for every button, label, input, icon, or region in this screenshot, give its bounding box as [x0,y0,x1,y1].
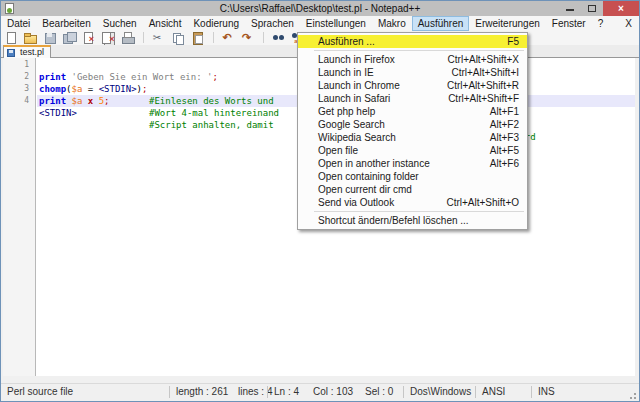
menu-item-wikipedia-search[interactable]: Wikipedia SearchAlt+F3 [298,131,527,144]
app-icon [5,3,14,14]
status-insert-mode: INS [538,384,555,400]
menu-item-ausfuehren[interactable]: Ausführen ...F5 [298,35,527,48]
status-eol-format: Dos\Windows [410,384,471,400]
close-icon: × [618,3,624,14]
find-icon[interactable] [272,31,287,45]
menu-kodierung[interactable]: Kodierung [187,16,245,31]
menu-item-google-search[interactable]: Google SearchAlt+F2 [298,118,527,131]
menu-item-launch-firefox[interactable]: Launch in FirefoxCtrl+Alt+Shift+X [298,53,527,66]
redo-icon[interactable] [241,31,256,45]
status-bar: Perl source file length : 261 lines : 4 … [1,383,639,399]
resize-grip[interactable] [634,393,636,395]
cut-icon[interactable] [152,31,167,45]
paste-icon[interactable] [191,31,206,45]
menu-item-open-current-dir-cmd[interactable]: Open current dir cmd [298,183,527,196]
new-file-icon[interactable] [4,31,19,45]
status-separator [267,386,268,398]
menu-item-launch-ie[interactable]: Launch in IECtrl+Alt+Shift+I [298,66,527,79]
save-icon[interactable] [43,31,58,45]
minimize-button[interactable] [559,1,581,16]
maximize-icon [588,5,596,12]
menu-item-shortcut-aendern[interactable]: Shortcut ändern/Befehl löschen ... [298,214,527,227]
maximize-button[interactable] [581,1,603,16]
toolbar-separator [213,32,214,43]
menu-suchen[interactable]: Suchen [97,16,143,31]
status-file-type: Perl source file [7,384,73,400]
code-comment: #Script anhalten, damit [149,119,274,131]
status-encoding: ANSI [482,384,505,400]
menu-ansicht[interactable]: Ansicht [143,16,188,31]
menu-erweiterungen[interactable]: Erweiterungen [469,16,545,31]
menu-separator [314,211,524,212]
menu-help[interactable]: ? [592,16,610,31]
copy-icon[interactable] [171,31,186,45]
close-button[interactable]: × [603,1,639,16]
menu-ausfuehren[interactable]: Ausführen [412,16,470,31]
menu-fenster[interactable]: Fenster [546,16,592,31]
status-column: Col : 103 [313,384,353,400]
open-file-icon[interactable] [23,31,38,45]
status-separator [403,386,404,398]
save-all-icon[interactable] [62,31,77,45]
menu-item-launch-chrome[interactable]: Launch in ChromeCtrl+Alt+Shift+R [298,79,527,92]
menu-makro[interactable]: Makro [372,16,412,31]
menubar-close-icon[interactable]: X [625,17,632,31]
status-length: length : 261 [176,384,228,400]
window-title: C:\Users\Raffael\Desktop\test.pl - Notep… [101,1,539,16]
close-all-icon[interactable] [101,31,116,45]
tab-label: test.pl [20,47,44,57]
menu-item-open-containing-folder[interactable]: Open containing folder [298,170,527,183]
status-separator [475,386,476,398]
menu-item-get-php-help[interactable]: Get php helpAlt+F1 [298,105,527,118]
menu-bar: DateiBearbeitenSuchenAnsichtKodierungSpr… [1,16,639,31]
status-selection: Sel : 0 [365,384,393,400]
status-separator [531,386,532,398]
status-line: Ln : 4 [274,384,299,400]
code-comment: #Wort 4-mal hintereinand [149,107,279,119]
toolbar-separator [263,32,264,43]
undo-icon[interactable] [221,31,236,45]
menu-item-open-another-instance[interactable]: Open in another instanceAlt+F6 [298,157,527,170]
title-bar[interactable]: C:\Users\Raffael\Desktop\test.pl - Notep… [1,1,639,16]
close-file-icon[interactable] [82,31,97,45]
tab-test-pl[interactable]: test.pl [3,45,51,58]
menu-bearbeiten[interactable]: Bearbeiten [36,16,96,31]
print-icon[interactable] [121,31,136,45]
menu-datei[interactable]: Datei [1,16,36,31]
saved-floppy-icon [7,49,15,57]
menu-item-send-via-outlook[interactable]: Send via OutlookCtrl+Alt+Shift+O [298,196,527,209]
menu-separator [314,50,524,51]
menu-item-launch-safari[interactable]: Launch in SafariCtrl+Alt+Shift+F [298,92,527,105]
minimize-icon [566,9,574,11]
menu-item-open-file[interactable]: Open fileAlt+F5 [298,144,527,157]
menu-einstellungen[interactable]: Einstellungen [300,16,372,31]
code-statement: <STDIN> [39,107,77,119]
notepad-plus-plus-window: C:\Users\Raffael\Desktop\test.pl - Notep… [0,0,640,402]
status-separator [169,386,170,398]
run-dropdown-menu: Ausführen ...F5 Launch in FirefoxCtrl+Al… [297,32,528,230]
menu-sprachen[interactable]: Sprachen [245,16,300,31]
toolbar-separator [143,32,144,43]
